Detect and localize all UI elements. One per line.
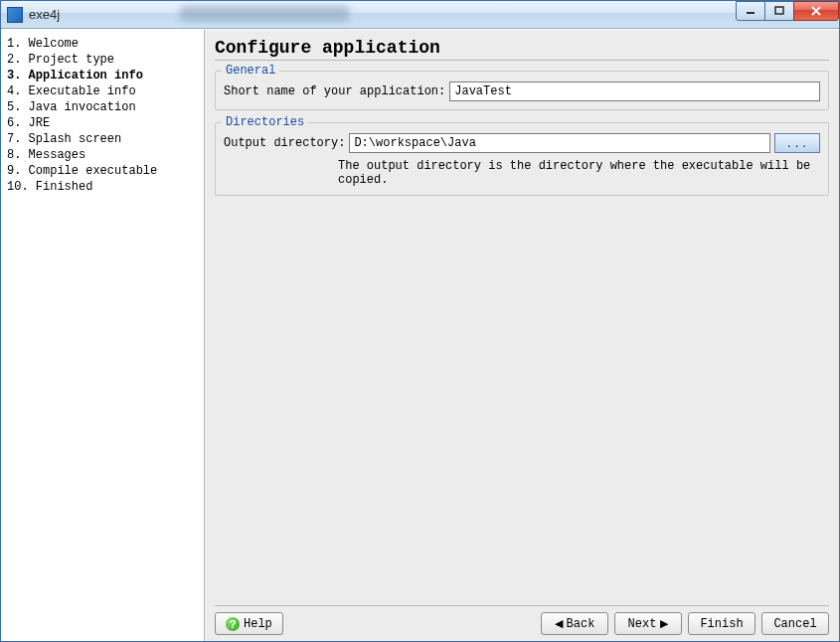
maximize-icon bbox=[774, 6, 784, 16]
sidebar-step-splash-screen[interactable]: 7. Splash screen bbox=[5, 131, 200, 147]
titlebar[interactable]: exe4j bbox=[1, 1, 839, 29]
app-window: exe4j 1. Welcome 2. Project type 3. Appl… bbox=[0, 0, 840, 642]
output-dir-label: Output directory: bbox=[224, 136, 345, 150]
general-legend: General bbox=[222, 64, 279, 78]
page-title: Configure application bbox=[215, 38, 829, 61]
wizard-main: Configure application General Short name… bbox=[205, 30, 839, 641]
sidebar-step-project-type[interactable]: 2. Project type bbox=[5, 52, 200, 68]
sidebar-step-welcome[interactable]: 1. Welcome bbox=[5, 36, 200, 52]
help-label: Help bbox=[244, 617, 272, 631]
output-dir-row: Output directory: ... bbox=[224, 133, 820, 153]
next-label: Next bbox=[628, 617, 657, 631]
sidebar-step-finished[interactable]: 10. Finished bbox=[5, 179, 200, 195]
minimize-icon bbox=[746, 6, 756, 16]
close-icon bbox=[810, 6, 822, 16]
minimize-button[interactable] bbox=[736, 1, 765, 21]
directories-legend: Directories bbox=[222, 115, 308, 129]
short-name-label: Short name of your application: bbox=[224, 84, 445, 98]
arrow-left-icon: ◀ bbox=[555, 617, 563, 630]
short-name-row: Short name of your application: bbox=[224, 81, 820, 101]
next-button[interactable]: Next ▶ bbox=[614, 612, 682, 635]
wizard-footer: ? Help ◀ Back Next ▶ Finish Cancel bbox=[215, 605, 829, 635]
svg-rect-0 bbox=[747, 12, 755, 14]
back-button[interactable]: ◀ Back bbox=[541, 612, 608, 635]
svg-rect-1 bbox=[775, 7, 783, 14]
close-button[interactable] bbox=[793, 1, 839, 21]
sidebar-step-java-invocation[interactable]: 5. Java invocation bbox=[5, 99, 200, 115]
window-title: exe4j bbox=[29, 7, 60, 22]
cancel-button[interactable]: Cancel bbox=[761, 612, 829, 635]
help-button[interactable]: ? Help bbox=[215, 612, 283, 635]
sidebar-step-messages[interactable]: 8. Messages bbox=[5, 147, 200, 163]
back-label: Back bbox=[567, 617, 595, 631]
short-name-input[interactable] bbox=[449, 81, 820, 101]
sidebar-step-jre[interactable]: 6. JRE bbox=[5, 115, 200, 131]
app-icon bbox=[7, 7, 23, 23]
browse-button[interactable]: ... bbox=[774, 133, 820, 153]
output-dir-hint: The output directory is the directory wh… bbox=[224, 159, 820, 187]
sidebar-step-compile-executable[interactable]: 9. Compile executable bbox=[5, 163, 200, 179]
directories-group: Directories Output directory: ... The ou… bbox=[215, 122, 829, 196]
cancel-label: Cancel bbox=[773, 617, 816, 631]
titlebar-blur bbox=[180, 6, 349, 22]
content-area: 1. Welcome 2. Project type 3. Applicatio… bbox=[1, 29, 839, 641]
wizard-sidebar: 1. Welcome 2. Project type 3. Applicatio… bbox=[1, 30, 205, 641]
sidebar-step-application-info[interactable]: 3. Application info bbox=[5, 68, 200, 83]
finish-button[interactable]: Finish bbox=[688, 612, 756, 635]
help-icon: ? bbox=[226, 617, 240, 631]
maximize-button[interactable] bbox=[764, 1, 794, 21]
arrow-right-icon: ▶ bbox=[660, 617, 668, 630]
sidebar-step-executable-info[interactable]: 4. Executable info bbox=[5, 83, 200, 99]
general-group: General Short name of your application: bbox=[215, 71, 829, 110]
output-dir-input[interactable] bbox=[349, 133, 770, 153]
window-controls bbox=[737, 1, 839, 21]
finish-label: Finish bbox=[700, 617, 743, 631]
